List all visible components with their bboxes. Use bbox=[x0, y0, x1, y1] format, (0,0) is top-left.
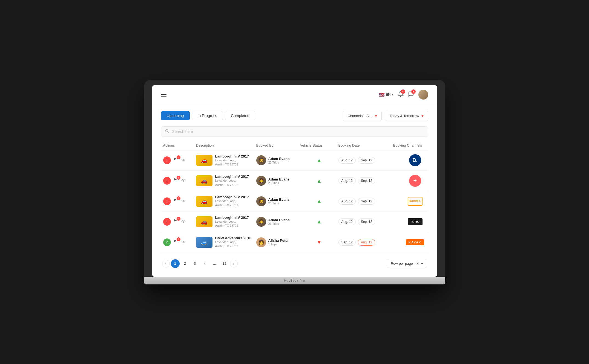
date-chip-4a: Aug. 12 bbox=[338, 219, 356, 225]
lang-label: EN bbox=[386, 92, 390, 97]
eye-icon-3[interactable]: 👁 bbox=[181, 199, 186, 204]
car-info-2: Lamborghini V 2017 Levander Loop,Austin,… bbox=[215, 174, 249, 187]
svg-line-1 bbox=[168, 132, 169, 133]
messages-button[interactable]: 3 bbox=[408, 91, 414, 98]
messages-badge: 3 bbox=[411, 89, 416, 94]
date-range-label: Today & Tomorrow bbox=[390, 114, 419, 118]
flag-button-2[interactable]: 6 bbox=[173, 177, 179, 184]
date-cell-2: Aug. 12 Sep. 12 bbox=[338, 177, 393, 184]
page-2-button[interactable]: 2 bbox=[181, 259, 189, 268]
actions-cell-5: ✓ 6 👁 bbox=[163, 238, 196, 246]
date-range-dropdown[interactable]: Today & Tomorrow ▾ bbox=[385, 111, 428, 121]
channels-arrow-icon: ▾ bbox=[375, 113, 377, 118]
avatar-image bbox=[418, 90, 428, 100]
car-name-1: Lamborghini V 2017 bbox=[215, 154, 249, 158]
date-chip-2b: Sep. 12 bbox=[358, 177, 375, 184]
notifications-button[interactable]: 4 bbox=[398, 91, 404, 98]
language-selector[interactable]: 🇺🇸 EN ▾ bbox=[379, 92, 393, 97]
laptop-label: MacBook Pro bbox=[284, 279, 305, 282]
tab-group: Upcoming In Progress Completed bbox=[161, 111, 255, 120]
eye-icon-2[interactable]: 👁 bbox=[181, 178, 186, 183]
alert-icon-3[interactable]: ! bbox=[163, 197, 171, 205]
flag-button-3[interactable]: 6 bbox=[173, 198, 179, 205]
arrow-up-icon-2: ▲ bbox=[317, 178, 322, 184]
header: 🇺🇸 EN ▾ 4 3 bbox=[152, 85, 437, 104]
check-icon-5[interactable]: ✓ bbox=[163, 238, 171, 246]
date-cell-1: Aug. 12 Sep. 12 bbox=[338, 157, 393, 164]
flag-badge-4: 6 bbox=[177, 217, 180, 221]
car-name-2: Lamborghini V 2017 bbox=[215, 174, 249, 179]
channel-cell-5: KAYAK bbox=[393, 239, 437, 245]
eye-icon-1[interactable]: 👁 bbox=[181, 158, 186, 163]
alert-icon-1[interactable]: ! bbox=[163, 156, 171, 164]
page-controls: ‹ 1 2 3 4 ... 12 › bbox=[162, 259, 238, 268]
actions-cell-2: ! 6 👁 bbox=[163, 177, 196, 185]
tab-in-progress[interactable]: In Progress bbox=[192, 111, 223, 120]
car-info-3: Lamborghini V 2017 Levander Loop,Austin,… bbox=[215, 195, 249, 208]
alert-icon-4[interactable]: ! bbox=[163, 218, 171, 226]
date-cell-4: Aug. 12 Sep. 12 bbox=[338, 219, 393, 225]
date-chip-1a: Aug. 12 bbox=[338, 157, 356, 164]
car-name-5: BMW Adventure 2018 bbox=[215, 236, 251, 240]
person-trips-2: 23 Trips bbox=[268, 181, 290, 185]
booking-logo-1: B. bbox=[409, 154, 421, 166]
tab-completed[interactable]: Completed bbox=[225, 111, 255, 120]
next-page-button[interactable]: › bbox=[230, 260, 238, 267]
channels-label: Channels – ALL bbox=[347, 114, 373, 118]
person-name-3: Adam Evans bbox=[268, 197, 290, 202]
kayak-logo-5: KAYAK bbox=[406, 239, 424, 245]
page-1-button[interactable]: 1 bbox=[171, 259, 180, 268]
rows-per-page-dropdown[interactable]: Row per page – 4 ▾ bbox=[387, 259, 427, 268]
arrow-up-icon-4: ▲ bbox=[317, 219, 322, 225]
date-cell-5: Sep. 12 Aug. 12 bbox=[338, 239, 393, 246]
eye-icon-4[interactable]: 👁 bbox=[181, 219, 186, 224]
channel-cell-1: B. bbox=[393, 154, 437, 166]
status-cell-1: ▲ bbox=[300, 157, 338, 164]
car-image-5: 🚙 bbox=[196, 237, 212, 248]
car-addr-2: Levander Loop,Austin, TX 78702 bbox=[215, 179, 249, 187]
laptop-base: MacBook Pro bbox=[144, 277, 445, 284]
col-vehicle-status: Vehicle Status bbox=[300, 143, 338, 147]
desc-cell-5: 🚙 BMW Adventure 2018 Levander Loop,Austi… bbox=[196, 236, 256, 249]
person-avatar-3: 🧔 bbox=[256, 196, 266, 206]
search-input[interactable] bbox=[161, 126, 428, 137]
app-container: 🇺🇸 EN ▾ 4 3 bbox=[152, 85, 437, 275]
status-cell-2: ▲ bbox=[300, 178, 338, 184]
page-3-button[interactable]: 3 bbox=[191, 259, 199, 268]
flag-button-1[interactable]: 6 bbox=[173, 157, 179, 164]
actions-cell-4: ! 6 👁 bbox=[163, 218, 196, 226]
flag-icon: 🇺🇸 bbox=[379, 93, 384, 97]
date-chip-1b: Sep. 12 bbox=[358, 157, 375, 164]
date-chip-5b: Aug. 12 bbox=[358, 239, 375, 246]
search-icon bbox=[165, 129, 169, 134]
hamburger-menu[interactable] bbox=[161, 93, 166, 97]
table-row: ! 6 👁 🚗 Lamborghini V 2017 Levande bbox=[161, 212, 428, 232]
eye-icon-5[interactable]: 👁 bbox=[181, 240, 186, 245]
flag-badge-2: 6 bbox=[177, 176, 180, 180]
flag-button-5[interactable]: 6 bbox=[173, 239, 179, 246]
person-info-4: Adam Evans 23 Trips bbox=[268, 218, 290, 225]
alert-icon-2[interactable]: ! bbox=[163, 177, 171, 185]
person-name-1: Adam Evans bbox=[268, 157, 290, 161]
booked-cell-2: 🧔 Adam Evans 23 Trips bbox=[256, 176, 300, 186]
pagination-row: ‹ 1 2 3 4 ... 12 › Row per page – 4 ▾ bbox=[161, 259, 428, 268]
flag-button-4[interactable]: 6 bbox=[173, 218, 179, 225]
date-chip-5a: Sep. 12 bbox=[338, 239, 356, 246]
chevron-down-icon: ▾ bbox=[392, 93, 393, 96]
col-booking-date: Booking Date bbox=[338, 143, 393, 147]
tab-upcoming[interactable]: Upcoming bbox=[161, 111, 190, 120]
prev-page-button[interactable]: ‹ bbox=[162, 260, 170, 267]
car-addr-3: Levander Loop,Austin, TX 78702 bbox=[215, 199, 249, 208]
turo-logo-4: TURO bbox=[408, 218, 423, 225]
desc-cell-4: 🚗 Lamborghini V 2017 Levander Loop,Austi… bbox=[196, 216, 256, 228]
avatar[interactable] bbox=[418, 90, 428, 100]
channels-dropdown[interactable]: Channels – ALL ▾ bbox=[343, 111, 382, 121]
page-4-button[interactable]: 4 bbox=[200, 259, 209, 268]
person-name-5: Alisha Peter bbox=[268, 238, 289, 243]
flag-badge-3: 6 bbox=[177, 196, 180, 200]
burbee-logo-3: BURBEE bbox=[408, 197, 423, 206]
date-cell-3: Aug. 12 Sep. 12 bbox=[338, 198, 393, 205]
booked-cell-1: 🧔 Adam Evans 23 Trips bbox=[256, 155, 300, 165]
desc-cell-3: 🚗 Lamborghini V 2017 Levander Loop,Austi… bbox=[196, 195, 256, 208]
page-12-button[interactable]: 12 bbox=[220, 259, 229, 268]
